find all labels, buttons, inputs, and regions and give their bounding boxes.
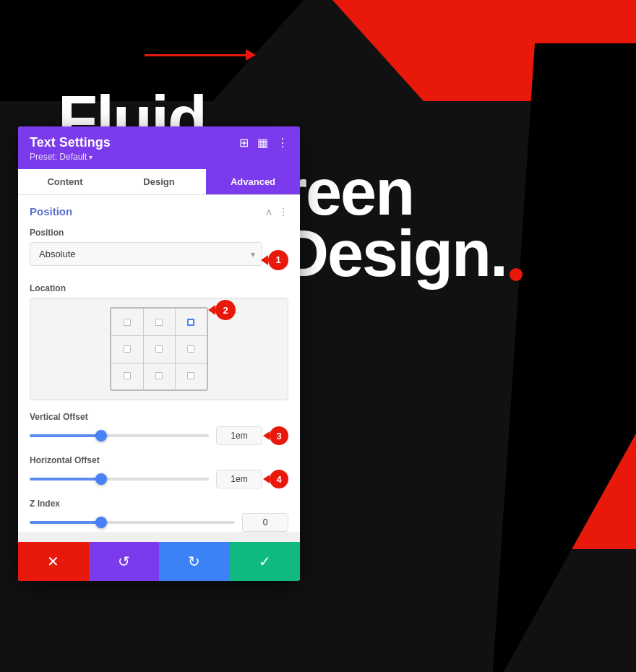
section-more-icon[interactable]: ⋮ <box>278 206 288 217</box>
page-subtitle-design: Design. <box>282 217 523 291</box>
position-section-header: Position ∧ ⋮ <box>30 205 288 217</box>
position-section-title: Position <box>30 205 72 217</box>
horizontal-offset-track-wrap <box>30 478 209 481</box>
panel-preset[interactable]: Preset: Default ▾ <box>30 152 288 162</box>
loc-dot-bc <box>155 372 163 379</box>
loc-dot-bl <box>124 372 131 379</box>
loc-cell-mr[interactable] <box>175 335 207 362</box>
red-dot <box>510 268 523 281</box>
location-field-label: Location <box>30 283 288 293</box>
z-index-thumb[interactable] <box>95 517 107 528</box>
expand-icon[interactable]: ⊞ <box>239 136 249 150</box>
vertical-offset-track <box>30 434 209 437</box>
callout-badge-4: 4 <box>270 470 288 488</box>
z-index-fill <box>30 521 101 524</box>
callout-badge-3: 3 <box>270 426 288 445</box>
panel-header-icons: ⊞ ▦ ⋮ <box>239 136 288 150</box>
z-index-input-row <box>30 513 288 532</box>
horizontal-offset-label: Horizontal Offset <box>30 455 288 465</box>
loc-dot-mr <box>187 345 194 353</box>
horizontal-offset-value[interactable] <box>216 470 262 488</box>
arrow-head <box>246 49 256 61</box>
panel-footer: ✕ ↺ ↻ ✓ <box>18 542 300 581</box>
tab-advanced[interactable]: Advanced <box>206 169 300 194</box>
split-icon[interactable]: ▦ <box>257 136 268 150</box>
vertical-offset-thumb[interactable] <box>95 430 107 441</box>
reset-button[interactable]: ↺ <box>89 542 160 581</box>
callout-badge-1: 1 <box>268 250 288 270</box>
callout-badge-2: 2 <box>215 300 236 320</box>
redo-button[interactable]: ↻ <box>159 542 230 581</box>
horizontal-offset-thumb[interactable] <box>95 473 107 485</box>
horizontal-offset-input-row: 4 <box>30 470 288 488</box>
more-icon[interactable]: ⋮ <box>277 136 288 150</box>
horizontal-offset-fill <box>30 478 101 481</box>
z-index-track-wrap <box>30 521 235 524</box>
panel-body: Position ∧ ⋮ Position Absolute ▾ 1 Locat… <box>18 195 300 532</box>
vertical-offset-label: Vertical Offset <box>30 412 288 422</box>
loc-cell-bl[interactable] <box>111 363 143 389</box>
loc-cell-tc[interactable] <box>143 309 175 335</box>
preset-arrow-icon: ▾ <box>89 153 93 161</box>
vertical-offset-row: Vertical Offset 3 <box>30 412 288 445</box>
cancel-button[interactable]: ✕ <box>18 542 89 581</box>
panel-header: Text Settings ⊞ ▦ ⋮ Preset: Default ▾ <box>18 126 300 169</box>
loc-dot-ml <box>124 345 131 353</box>
vertical-offset-value[interactable] <box>216 426 262 445</box>
panel-title: Text Settings <box>30 135 111 150</box>
location-grid-wrap: 2 <box>110 307 208 391</box>
confirm-button[interactable]: ✓ <box>230 542 301 581</box>
position-select[interactable]: Absolute <box>30 242 262 266</box>
loc-cell-mc[interactable] <box>143 335 175 362</box>
loc-dot-tr <box>187 319 194 326</box>
loc-dot-br <box>187 372 194 379</box>
text-settings-panel: Text Settings ⊞ ▦ ⋮ Preset: Default ▾ Co… <box>18 126 300 581</box>
loc-dot-tl <box>124 319 131 326</box>
location-grid-container: 2 <box>30 298 288 400</box>
horizontal-offset-row: Horizontal Offset 4 <box>30 455 288 488</box>
vertical-offset-fill <box>30 434 101 437</box>
position-field-label: Position <box>30 228 288 238</box>
z-index-value[interactable] <box>242 513 288 532</box>
position-select-wrapper: Absolute ▾ <box>30 242 262 266</box>
tab-content[interactable]: Content <box>18 169 112 194</box>
collapse-icon[interactable]: ∧ <box>265 206 272 217</box>
z-index-row: Z Index <box>30 499 288 532</box>
loc-cell-tl[interactable] <box>111 309 143 335</box>
loc-cell-ml[interactable] <box>111 335 143 362</box>
loc-dot-tc <box>155 319 163 326</box>
loc-cell-tr[interactable] <box>175 309 207 335</box>
horizontal-offset-track <box>30 478 209 481</box>
section-controls: ∧ ⋮ <box>265 206 288 217</box>
position-select-row: Absolute ▾ 1 <box>30 242 288 277</box>
tab-design[interactable]: Design <box>112 169 206 194</box>
vertical-offset-track-wrap <box>30 434 209 437</box>
vertical-offset-input-row: 3 <box>30 426 288 445</box>
loc-cell-br[interactable] <box>175 363 207 389</box>
location-grid <box>110 307 208 391</box>
loc-cell-bc[interactable] <box>143 363 175 389</box>
panel-header-top: Text Settings ⊞ ▦ ⋮ <box>30 135 288 150</box>
red-arrow <box>145 49 256 61</box>
z-index-track <box>30 521 235 524</box>
panel-tabs: Content Design Advanced <box>18 169 300 195</box>
arrow-line <box>145 54 246 56</box>
z-index-label: Z Index <box>30 499 288 509</box>
loc-dot-mc <box>155 345 163 353</box>
